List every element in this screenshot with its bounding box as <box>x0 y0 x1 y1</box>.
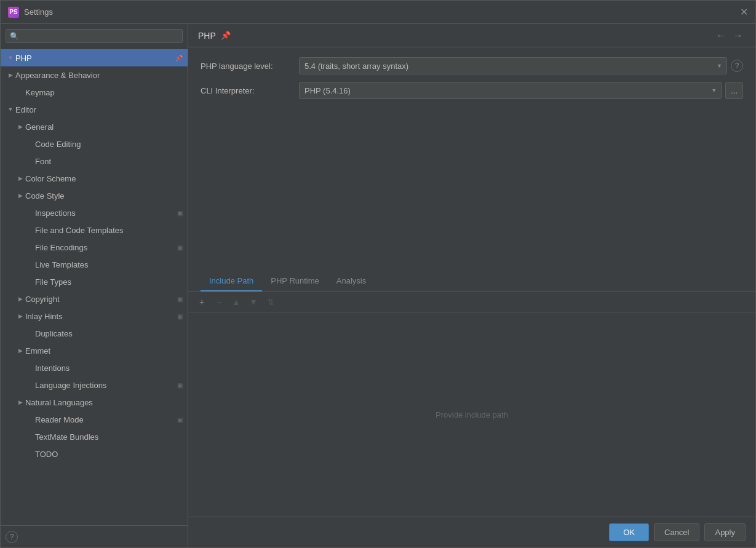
nav-forward-button[interactable]: → <box>731 29 746 42</box>
sidebar-item-label: Duplicates <box>35 329 73 338</box>
sidebar-item-label: General <box>25 122 54 132</box>
apply-button[interactable]: Apply <box>704 523 746 541</box>
sidebar-item-general[interactable]: General <box>1 118 188 135</box>
panel-nav-buttons: ← → <box>714 29 746 42</box>
app-icon: PS <box>8 7 19 18</box>
language-level-label: PHP language level: <box>201 62 299 71</box>
cli-interpreter-select-wrapper: PHP (5.4.16) <box>299 82 722 99</box>
panel-title: PHP <box>198 31 216 41</box>
cli-interpreter-row: CLI Interpreter: PHP (5.4.16) ... <box>201 82 743 99</box>
sidebar-item-font[interactable]: Font <box>1 153 188 170</box>
sidebar-item-label: Code Style <box>25 191 65 201</box>
sidebar-item-code-style[interactable]: Code Style <box>1 187 188 204</box>
sidebar-help-button[interactable]: ? <box>6 531 18 543</box>
sidebar-item-label: Emmet <box>25 346 50 355</box>
sidebar-item-file-types[interactable]: File Types <box>1 273 188 290</box>
sidebar-item-label: TODO <box>35 450 58 459</box>
include-path-panel: Provide include path <box>188 313 755 517</box>
search-input[interactable] <box>22 31 178 41</box>
sidebar-item-duplicates[interactable]: Duplicates <box>1 325 188 342</box>
emmet-arrow <box>15 346 25 355</box>
sidebar-item-label: Editor <box>15 105 36 114</box>
move-up-button[interactable]: ▲ <box>229 295 244 309</box>
cli-interpreter-label: CLI Interpreter: <box>201 86 299 95</box>
sidebar-item-code-editing[interactable]: Code Editing <box>1 135 188 153</box>
sidebar-item-keymap[interactable]: Keymap <box>1 84 188 101</box>
language-level-select-wrap: 5.4 (traits, short array syntax) ? <box>299 57 743 74</box>
sidebar-item-intentions[interactable]: Intentions <box>1 359 188 376</box>
copyright-arrow <box>15 294 25 304</box>
sidebar-item-file-code-templates[interactable]: File and Code Templates <box>1 221 188 239</box>
sidebar-item-live-templates[interactable]: Live Templates <box>1 256 188 273</box>
pin-icon: 📌 <box>175 55 183 62</box>
cancel-button[interactable]: Cancel <box>654 523 699 541</box>
tab-bar: Include Path PHP Runtime Analysis <box>188 271 755 292</box>
file-enc-pin: ▣ <box>177 244 183 251</box>
sidebar-item-file-encodings[interactable]: File Encodings ▣ <box>1 239 188 256</box>
code-style-arrow <box>15 191 25 201</box>
language-level-row: PHP language level: 5.4 (traits, short a… <box>201 57 743 74</box>
sidebar-item-label: Font <box>35 157 51 166</box>
sidebar-item-label: Color Scheme <box>25 174 76 183</box>
language-level-help[interactable]: ? <box>731 60 743 72</box>
sidebar-item-label: Inspections <box>35 208 76 218</box>
sidebar-item-label: Keymap <box>25 88 55 97</box>
sidebar-item-inspections[interactable]: Inspections ▣ <box>1 204 188 221</box>
language-level-select-wrapper: 5.4 (traits, short array syntax) <box>299 57 727 74</box>
sidebar-item-inlay-hints[interactable]: Inlay Hints ▣ <box>1 308 188 325</box>
cli-interpreter-dotdot-button[interactable]: ... <box>725 82 743 99</box>
sidebar-item-label: Reader Mode <box>35 415 84 424</box>
window-title: Settings <box>24 7 53 17</box>
sidebar-item-todo[interactable]: TODO <box>1 445 188 463</box>
sidebar-item-editor[interactable]: Editor <box>1 101 188 118</box>
copyright-pin: ▣ <box>177 296 183 303</box>
sidebar: 🔍 PHP 📌 Appearance & Behavior <box>1 24 188 547</box>
sidebar-item-label: File Encodings <box>35 243 87 252</box>
sidebar-item-copyright[interactable]: Copyright ▣ <box>1 290 188 308</box>
sidebar-item-label: Appearance & Behavior <box>15 71 100 80</box>
rm-pin: ▣ <box>177 416 183 423</box>
tab-analysis[interactable]: Analysis <box>328 271 375 292</box>
inlay-pin: ▣ <box>177 313 183 320</box>
settings-window: PS Settings ✕ 🔍 PHP 📌 Appearance <box>0 0 756 548</box>
sidebar-item-label: File and Code Templates <box>35 226 124 235</box>
php-arrow <box>6 53 15 63</box>
move-down-button[interactable]: ▼ <box>246 295 261 309</box>
tab-php-runtime[interactable]: PHP Runtime <box>262 271 328 292</box>
sidebar-item-appearance[interactable]: Appearance & Behavior <box>1 66 188 84</box>
sidebar-item-label: Language Injections <box>35 381 106 390</box>
sidebar-item-language-injections[interactable]: Language Injections ▣ <box>1 376 188 394</box>
inspections-pin: ▣ <box>177 210 183 216</box>
add-path-button[interactable]: + <box>194 295 209 309</box>
search-box[interactable]: 🔍 <box>6 29 183 43</box>
inlay-arrow <box>15 311 25 321</box>
panel-pin-icon: 📌 <box>221 31 231 40</box>
appearance-arrow <box>6 70 15 80</box>
ok-button[interactable]: OK <box>609 523 649 541</box>
sidebar-item-label: Inlay Hints <box>25 312 63 321</box>
remove-path-button[interactable]: − <box>212 295 226 309</box>
close-button[interactable]: ✕ <box>740 7 748 17</box>
sidebar-item-php[interactable]: PHP 📌 <box>1 49 188 66</box>
provide-hint-text: Provide include path <box>436 410 508 419</box>
sidebar-footer: ? <box>1 525 188 547</box>
nl-arrow <box>15 397 25 407</box>
sidebar-item-textmate-bundles[interactable]: TextMate Bundles <box>1 428 188 445</box>
language-level-select[interactable]: 5.4 (traits, short array syntax) <box>299 57 727 74</box>
panel-header: PHP 📌 ← → <box>188 24 755 47</box>
sidebar-item-natural-languages[interactable]: Natural Languages <box>1 394 188 411</box>
cli-interpreter-select[interactable]: PHP (5.4.16) <box>299 82 722 99</box>
sidebar-item-emmet[interactable]: Emmet <box>1 342 188 359</box>
sidebar-item-label: Copyright <box>25 295 60 304</box>
sidebar-item-label: TextMate Bundles <box>35 432 98 442</box>
nav-back-button[interactable]: ← <box>714 29 728 42</box>
cli-interpreter-select-wrap: PHP (5.4.16) ... <box>299 82 743 99</box>
sidebar-item-color-scheme[interactable]: Color Scheme <box>1 170 188 187</box>
editor-arrow <box>6 105 15 114</box>
tab-include-path[interactable]: Include Path <box>201 271 262 292</box>
sidebar-item-label: Code Editing <box>35 140 81 149</box>
include-path-toolbar: + − ▲ ▼ ⇅ <box>188 292 755 313</box>
sort-button[interactable]: ⇅ <box>263 295 278 309</box>
sidebar-item-reader-mode[interactable]: Reader Mode ▣ <box>1 411 188 428</box>
sidebar-item-label: Natural Languages <box>25 398 93 407</box>
